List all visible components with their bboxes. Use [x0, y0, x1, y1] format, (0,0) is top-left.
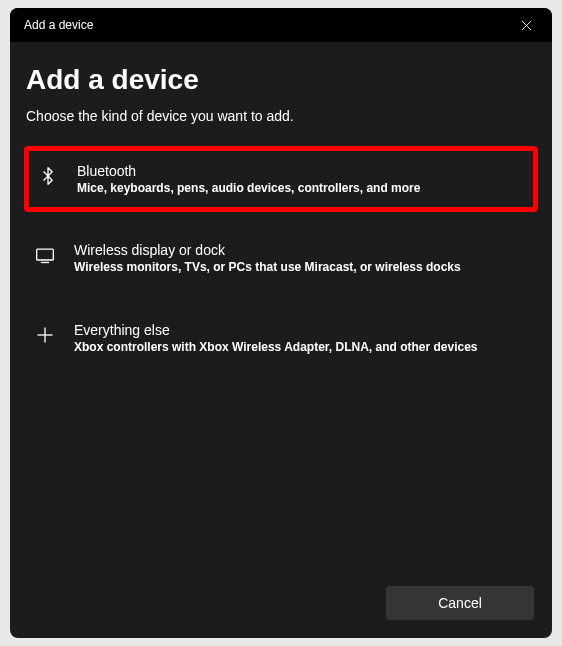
svg-rect-2: [37, 249, 54, 260]
option-wireless-title: Wireless display or dock: [74, 242, 461, 258]
option-wireless-description: Wireless monitors, TVs, or PCs that use …: [74, 260, 461, 274]
option-bluetooth[interactable]: Bluetooth Mice, keyboards, pens, audio d…: [24, 146, 538, 212]
titlebar: Add a device: [10, 8, 552, 42]
cancel-button[interactable]: Cancel: [386, 586, 534, 620]
monitor-icon: [34, 244, 56, 266]
option-everything-title: Everything else: [74, 322, 478, 338]
option-bluetooth-description: Mice, keyboards, pens, audio devices, co…: [77, 181, 420, 195]
page-heading: Add a device: [24, 64, 538, 96]
option-everything-description: Xbox controllers with Xbox Wireless Adap…: [74, 340, 478, 354]
close-icon: [521, 20, 532, 31]
titlebar-title: Add a device: [24, 18, 93, 32]
option-everything-else[interactable]: Everything else Xbox controllers with Xb…: [24, 308, 538, 368]
option-everything-text: Everything else Xbox controllers with Xb…: [74, 322, 478, 354]
page-subtitle: Choose the kind of device you want to ad…: [24, 108, 538, 124]
option-bluetooth-text: Bluetooth Mice, keyboards, pens, audio d…: [77, 163, 420, 195]
plus-icon: [34, 324, 56, 346]
dialog-footer: Cancel: [24, 582, 538, 624]
add-device-dialog: Add a device Add a device Choose the kin…: [10, 8, 552, 638]
dialog-content: Add a device Choose the kind of device y…: [10, 42, 552, 638]
close-button[interactable]: [512, 11, 540, 39]
option-wireless-text: Wireless display or dock Wireless monito…: [74, 242, 461, 274]
device-options-list: Bluetooth Mice, keyboards, pens, audio d…: [24, 146, 538, 388]
option-bluetooth-title: Bluetooth: [77, 163, 420, 179]
option-wireless-display[interactable]: Wireless display or dock Wireless monito…: [24, 228, 538, 288]
bluetooth-icon: [37, 165, 59, 187]
